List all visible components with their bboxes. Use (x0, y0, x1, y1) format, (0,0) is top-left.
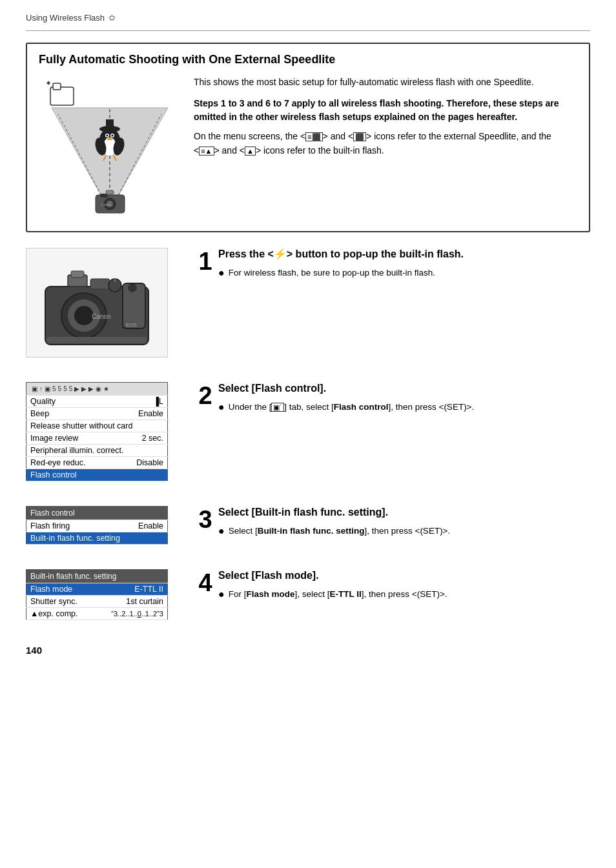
section-text: This shows the most basic setup for full… (194, 76, 577, 219)
svg-text:Canon: Canon (92, 313, 110, 320)
step-4-left: Built-in flash func. setting Flash mode … (26, 569, 181, 627)
section-box: Fully Automatic Shooting with One Extern… (26, 43, 590, 232)
menu-icon-10: ▶ (88, 385, 94, 392)
menu2-row-builtin: Built-in flash func. setting (26, 532, 168, 545)
menu-row-review: Image review 2 sec. (26, 432, 168, 445)
step-2-text-col: Select [Flash control]. ● Under the [▣˙]… (218, 382, 590, 418)
step-1-number: 1 (198, 249, 212, 274)
step-3-text-col: Select [Built-in flash func. setting]. ●… (218, 506, 590, 541)
svg-rect-24 (106, 190, 114, 194)
step-3-bullet-text: Select [Built-in flash func. setting], t… (229, 525, 451, 538)
menu-icon-row: ▣ ↑ ▣ 5 5 5 5 ▶ ▶ ▶ ◉ ★ (26, 383, 168, 396)
flash-diagram-svg: ✦ (39, 76, 181, 217)
menu2-row-firing-value: Enable (109, 520, 167, 532)
menu2-row-firing-label: Flash firing (26, 520, 110, 532)
step-4-text-col: Select [Flash mode]. ● For [Flash mode],… (218, 569, 590, 605)
camera-illustration: Canon EOS (32, 254, 161, 351)
svg-point-34 (128, 284, 136, 292)
step-1-left: Canon EOS (26, 248, 181, 364)
menu-row-quality-value: ▐L (117, 396, 167, 408)
svg-rect-32 (71, 271, 84, 278)
menu3-header-row: Built-in flash func. setting (26, 570, 168, 583)
menu-icon-9: ▶ (81, 385, 87, 392)
svg-rect-33 (90, 279, 110, 289)
step-4-body: ● For [Flash mode], select [E-TTL II], t… (218, 588, 590, 602)
step-2-number-col: 2 (192, 382, 218, 408)
icons-note: On the menu screens, the <≡⬛> and <⬛> ic… (194, 129, 577, 158)
svg-point-30 (74, 306, 94, 325)
step-3-title: Select [Built-in flash func. setting]. (218, 506, 590, 520)
step-4-number-col: 4 (192, 569, 218, 595)
step-4-row: Built-in flash func. setting Flash mode … (26, 569, 590, 627)
step-2-bullet-text: Under the [▣˙] tab, select [Flash contro… (229, 401, 475, 414)
step-1-number-col: 1 (192, 248, 218, 274)
step-4-title: Select [Flash mode]. (218, 569, 590, 583)
step-2-number: 2 (198, 383, 212, 408)
menu-row-beep: Beep Enable (26, 408, 168, 420)
step-3-number-col: 3 (192, 506, 218, 532)
step-4-content: 4 Select [Flash mode]. ● For [Flash mode… (192, 569, 590, 605)
step-1-content: 1 Press the <⚡> button to pop-up the bui… (192, 248, 590, 283)
menu-row-flash-control: Flash control (26, 469, 168, 481)
step-1-body: ● For wireless flash, be sure to pop-up … (218, 267, 590, 281)
step-1-bullet-text: For wireless flash, be sure to pop-up th… (229, 267, 435, 279)
menu-icon-6: 5 (63, 385, 67, 392)
step-2-row: ▣ ↑ ▣ 5 5 5 5 ▶ ▶ ▶ ◉ ★ (26, 382, 590, 488)
menu3-header: Built-in flash func. setting (26, 570, 168, 583)
step-1-row: Canon EOS 1 Press the <⚡> button to pop-… (26, 248, 590, 364)
menu2-header-row: Flash control (26, 507, 168, 520)
step-2-title: Select [Flash control]. (218, 382, 590, 396)
menu2-header: Flash control (26, 507, 168, 520)
steps-area: Canon EOS 1 Press the <⚡> button to pop-… (26, 248, 590, 627)
menu3-row-exp: ▲exp. comp. ˜3..2..1..0..1..2˜3 (26, 608, 168, 620)
camera-image-box: Canon EOS (26, 248, 168, 358)
menu3-row-exp-value: ˜3..2..1..0..1..2˜3 (94, 608, 168, 620)
step-4-number: 4 (198, 570, 212, 595)
menu3-row-shutter-label: Shutter sync. (26, 596, 94, 608)
svg-point-12 (107, 135, 108, 137)
menu-row-release-label: Release shutter without card (26, 420, 168, 432)
page-number: 140 (26, 645, 590, 656)
menu3-row-flashmode: Flash mode E-TTL II (26, 583, 168, 596)
menu-row-release: Release shutter without card (26, 420, 168, 432)
bullet-dot-2: ● (218, 399, 225, 415)
step-2-left: ▣ ↑ ▣ 5 5 5 5 ▶ ▶ ▶ ◉ ★ (26, 382, 181, 488)
menu-table-3: Built-in flash func. setting Flash mode … (26, 569, 168, 620)
svg-text:EOS: EOS (126, 322, 137, 328)
flash-diagram-container: ✦ (39, 76, 181, 219)
step-2-content: 2 Select [Flash control]. ● Under the [▣… (192, 382, 590, 418)
bullet-dot-3: ● (218, 523, 225, 539)
svg-rect-39 (46, 337, 147, 343)
menu3-row-shutter-value: 1st curtain (94, 596, 168, 608)
step-4-bullet-1: ● For [Flash mode], select [E-TTL II], t… (218, 588, 590, 602)
svg-point-13 (112, 135, 114, 137)
step-1-text-col: Press the <⚡> button to pop-up the built… (218, 248, 590, 283)
step-2-body: ● Under the [▣˙] tab, select [Flash cont… (218, 401, 590, 415)
menu-icon-8: ▶ (74, 385, 79, 392)
menu2-row-builtin-label: Built-in flash func. setting (26, 532, 168, 545)
header-rule (26, 30, 590, 31)
step-2-bullet-1: ● Under the [▣˙] tab, select [Flash cont… (218, 401, 590, 415)
menu-icon-2: ↑ (39, 385, 43, 392)
step-3-content: 3 Select [Built-in flash func. setting].… (192, 506, 590, 541)
menu3-row-exp-label: ▲exp. comp. (26, 608, 94, 620)
step-3-bullet-1: ● Select [Built-in flash func. setting],… (218, 525, 590, 539)
bold-note: Steps 1 to 3 and 6 to 7 apply to all wir… (194, 97, 577, 124)
step-1-title: Press the <⚡> button to pop-up the built… (218, 248, 590, 261)
menu-row-peripheral: Peripheral illumin. correct. (26, 445, 168, 457)
header-star: ✩ (108, 13, 116, 23)
menu-table-2: Flash control Flash firing Enable Built-… (26, 506, 168, 545)
menu-row-review-label: Image review (26, 432, 118, 445)
svg-text:✦: ✦ (45, 79, 52, 88)
section-content: ✦ (39, 76, 577, 219)
step-3-row: Flash control Flash firing Enable Built-… (26, 506, 590, 551)
step-3-left: Flash control Flash firing Enable Built-… (26, 506, 181, 551)
menu-icon-4: 5 (52, 385, 56, 392)
menu-icon-11: ◉ (96, 385, 101, 392)
menu2-row-firing: Flash firing Enable (26, 520, 168, 532)
menu-row-redeye: Red-eye reduc. Disable (26, 457, 168, 469)
bullet-dot-4: ● (218, 587, 225, 602)
menu-row-beep-label: Beep (26, 408, 118, 420)
menu3-row-flashmode-value: E-TTL II (94, 583, 168, 596)
menu-row-review-value: 2 sec. (117, 432, 167, 445)
